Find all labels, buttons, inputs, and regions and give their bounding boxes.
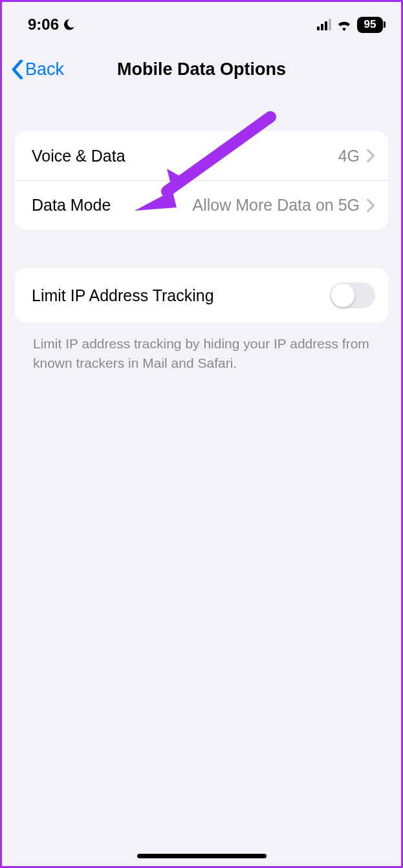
row-limit-ip-tracking[interactable]: Limit IP Address Tracking <box>15 268 388 323</box>
row-label: Limit IP Address Tracking <box>32 286 214 305</box>
content-area: Voice & Data 4G Data Mode Allow More Dat… <box>2 131 401 374</box>
status-right: 95 <box>317 17 383 33</box>
row-voice-and-data[interactable]: Voice & Data 4G <box>15 131 388 180</box>
toggle-knob <box>331 284 354 307</box>
status-left: 9:06 <box>28 16 76 34</box>
settings-group-privacy: Limit IP Address Tracking <box>15 268 388 323</box>
back-button[interactable]: Back <box>11 59 64 79</box>
row-label: Data Mode <box>32 196 111 215</box>
chevron-right-icon <box>366 198 375 213</box>
row-value: Allow More Data on 5G <box>193 196 360 215</box>
battery-indicator: 95 <box>357 17 383 33</box>
chevron-left-icon <box>11 59 24 79</box>
row-data-mode[interactable]: Data Mode Allow More Data on 5G <box>15 180 388 229</box>
status-bar: 9:06 95 <box>2 2 401 41</box>
do-not-disturb-icon <box>63 18 76 31</box>
back-label: Back <box>25 59 64 79</box>
group-footer-text: Limit IP address tracking by hiding your… <box>15 323 388 374</box>
wifi-icon <box>336 18 352 31</box>
cellular-signal-icon <box>317 19 331 30</box>
limit-ip-toggle[interactable] <box>330 282 375 308</box>
home-indicator <box>137 854 267 858</box>
status-time: 9:06 <box>28 16 59 34</box>
settings-group-network: Voice & Data 4G Data Mode Allow More Dat… <box>15 131 388 229</box>
nav-bar: Back Mobile Data Options <box>2 47 401 91</box>
chevron-right-icon <box>366 149 375 163</box>
row-label: Voice & Data <box>32 147 125 165</box>
row-value: 4G <box>338 147 360 165</box>
